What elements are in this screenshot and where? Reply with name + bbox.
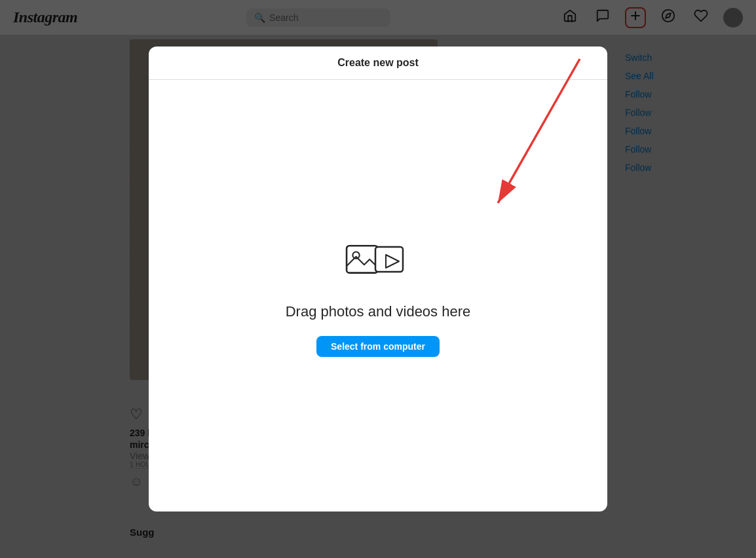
svg-rect-6	[375, 247, 403, 272]
modal-header: Create new post	[149, 46, 607, 80]
svg-rect-4	[347, 246, 378, 272]
modal-overlay: Create new post Drag photos and videos h…	[0, 0, 756, 558]
modal-body: Drag photos and videos here Select from …	[149, 80, 607, 512]
upload-icon-group	[345, 235, 411, 288]
select-from-computer-button[interactable]: Select from computer	[316, 336, 440, 357]
create-post-modal: Create new post Drag photos and videos h…	[149, 46, 607, 512]
video-icon	[374, 243, 411, 280]
drag-drop-text: Drag photos and videos here	[286, 303, 471, 320]
modal-title: Create new post	[337, 57, 419, 68]
